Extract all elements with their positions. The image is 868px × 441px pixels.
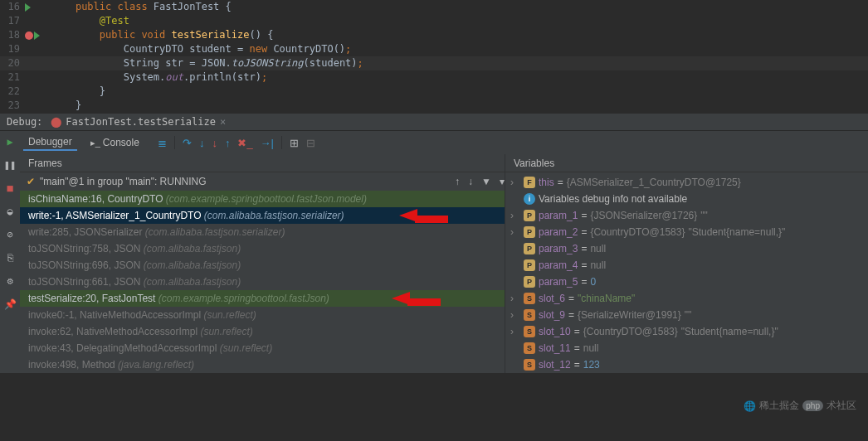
debug-left-toolbar: ▶ ❚❚ ■ ◒ ⊘ ⎘ ⚙ 📌	[0, 131, 20, 373]
variable-row[interactable]: ›Sslot_10 = {CountryDTO@1583} "Student{n…	[505, 323, 868, 340]
frame-row[interactable]: write:285, JSONSerializer (com.alibaba.f…	[20, 224, 505, 240]
run-gutter-icon[interactable]	[34, 32, 40, 40]
filter-icon[interactable]: ▼	[481, 176, 491, 187]
console-icon: ▸_	[90, 138, 100, 148]
thread-label: "main"@1 in group "main": RUNNING	[40, 176, 207, 187]
variable-row[interactable]: ›Pparam_1 = {JSONSerializer@1726} ""	[505, 207, 868, 224]
tab-debugger[interactable]: Debugger	[23, 134, 77, 151]
frame-row[interactable]: invoke:498, Method (java.lang.reflect)	[20, 356, 505, 373]
code-line[interactable]: 23 }	[0, 99, 868, 113]
bug-icon: ⬤	[51, 116, 61, 128]
thread-selector[interactable]: ✔ "main"@1 in group "main": RUNNING ↑ ↓ …	[20, 172, 505, 191]
watermark: 🌐 稀土掘金php术社区	[744, 399, 856, 413]
debug-label: Debug:	[7, 116, 42, 128]
pause-icon[interactable]: ❚❚	[4, 159, 16, 171]
code-line[interactable]: 16 public class FastJonTest {	[0, 0, 868, 14]
frames-pane: Frames ✔ "main"@1 in group "main": RUNNI…	[20, 154, 505, 373]
variable-row[interactable]: ›Pparam_2 = {CountryDTO@1583} "Student{n…	[505, 224, 868, 240]
frame-row[interactable]: write:-1, ASMSerializer_1_CountryDTO (co…	[20, 207, 505, 224]
stop-icon[interactable]: ■	[7, 182, 12, 194]
frames-header: Frames	[20, 154, 505, 172]
debug-tab-bar: Debug: ⬤ FastJonTest.testSerialize ×	[0, 113, 868, 131]
code-line[interactable]: 19 CountryDTO student = new CountryDTO()…	[0, 42, 868, 56]
check-icon: ✔	[27, 176, 35, 187]
settings-icon[interactable]: ⚙	[7, 275, 12, 287]
frame-list[interactable]: isChinaName:16, CountryDTO (com.example.…	[20, 191, 505, 373]
run-to-cursor-icon[interactable]: →|	[261, 137, 274, 149]
frame-row[interactable]: isChinaName:16, CountryDTO (com.example.…	[20, 191, 505, 207]
code-line[interactable]: 20 String str = JSON.toJSONString(studen…	[0, 56, 868, 70]
debugger-tab-row: Debugger ▸_Console ≣ ↷ ↓ ↓ ↑ ✖_ →| ⊞ ⊟	[20, 131, 868, 154]
trace-icon[interactable]: ⊟	[306, 137, 315, 149]
variable-row[interactable]: iVariables debug info not available	[505, 191, 868, 207]
step-over-icon[interactable]: ↷	[183, 137, 192, 149]
debug-tab-label: FastJonTest.testSerialize	[66, 116, 216, 128]
watermark-globe-icon: 🌐	[744, 400, 756, 412]
code-line[interactable]: 18 public void testSerialize() {	[0, 28, 868, 42]
mute-breakpoints-icon[interactable]: ⊘	[7, 229, 12, 240]
pin-icon[interactable]: 📌	[4, 298, 17, 310]
run-gutter-icon[interactable]	[25, 3, 31, 12]
thread-dump-icon[interactable]: ⎘	[7, 252, 13, 264]
code-editor[interactable]: 16 public class FastJonTest {17 @Test18 …	[0, 0, 868, 113]
resume-icon[interactable]: ▶	[7, 136, 12, 148]
frame-row[interactable]: invoke0:-1, NativeMethodAccessorImpl (su…	[20, 307, 505, 323]
code-line[interactable]: 21 System.out.println(str);	[0, 70, 868, 85]
variable-row[interactable]: Pparam_5 = 0	[505, 274, 868, 290]
frame-row[interactable]: toJSONString:758, JSON (com.alibaba.fast…	[20, 240, 505, 257]
frame-row[interactable]: invoke:62, NativeMethodAccessorImpl (sun…	[20, 323, 505, 340]
variables-header: Variables	[505, 154, 868, 172]
frame-row[interactable]: toJSONString:661, JSON (com.alibaba.fast…	[20, 274, 505, 290]
variable-row[interactable]: Sslot_11 = null	[505, 340, 868, 356]
view-breakpoints-icon[interactable]: ◒	[7, 206, 12, 217]
code-line[interactable]: 22 }	[0, 85, 868, 99]
variable-list[interactable]: ›Fthis = {ASMSerializer_1_CountryDTO@172…	[505, 172, 868, 373]
close-icon[interactable]: ×	[220, 116, 226, 128]
drop-frame-icon[interactable]: ✖_	[237, 137, 252, 149]
force-step-into-icon[interactable]: ↓	[212, 137, 217, 149]
variable-row[interactable]: Sslot_12 = 123	[505, 356, 868, 373]
frame-row[interactable]: toJSONString:696, JSON (com.alibaba.fast…	[20, 257, 505, 274]
frame-row[interactable]: invoke:43, DelegatingMethodAccessorImpl …	[20, 340, 505, 356]
variable-row[interactable]: Pparam_3 = null	[505, 240, 868, 257]
code-line[interactable]: 17 @Test	[0, 14, 868, 28]
pointer-arrow-icon	[392, 292, 441, 307]
variable-row[interactable]: Pparam_4 = null	[505, 257, 868, 274]
frame-row[interactable]: testSerialize:20, FastJonTest (com.examp…	[20, 290, 505, 307]
breakpoint-icon[interactable]	[25, 32, 33, 40]
arrow-down-icon[interactable]: ↓	[468, 176, 473, 187]
layout-icon[interactable]: ≣	[158, 137, 167, 149]
debug-run-tab[interactable]: ⬤ FastJonTest.testSerialize ×	[51, 116, 226, 128]
tab-console[interactable]: ▸_Console	[85, 135, 144, 150]
variables-pane: Variables ›Fthis = {ASMSerializer_1_Coun…	[505, 154, 868, 373]
pointer-arrow-icon	[399, 209, 448, 224]
variable-row[interactable]: ›Sslot_9 = {SerializeWriter@1991} ""	[505, 307, 868, 323]
step-into-icon[interactable]: ↓	[199, 137, 205, 149]
debug-panel: ▶ ❚❚ ■ ◒ ⊘ ⎘ ⚙ 📌 Debugger ▸_Console ≣ ↷ …	[0, 131, 868, 373]
evaluate-icon[interactable]: ⊞	[290, 137, 299, 149]
step-out-icon[interactable]: ↑	[225, 137, 231, 149]
variable-row[interactable]: ›Fthis = {ASMSerializer_1_CountryDTO@172…	[505, 174, 868, 191]
chevron-down-icon[interactable]: ▾	[500, 176, 505, 187]
arrow-up-icon[interactable]: ↑	[455, 176, 460, 187]
variable-row[interactable]: ›Sslot_6 = "chinaName"	[505, 290, 868, 307]
